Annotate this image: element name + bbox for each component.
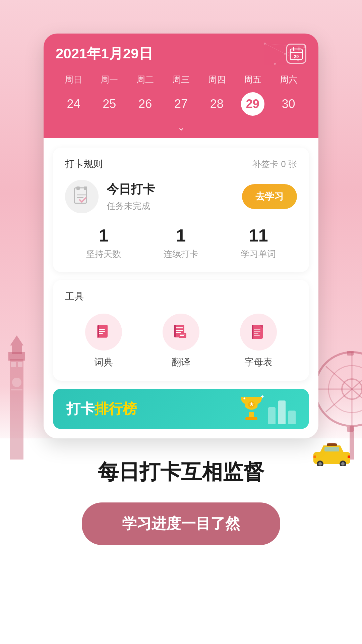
svg-rect-55	[98, 331, 105, 332]
svg-line-38	[285, 54, 298, 60]
svg-rect-69	[254, 331, 260, 332]
svg-line-51	[80, 200, 82, 202]
weekday-fri: 周五	[235, 72, 270, 88]
stat-persist: 1 坚持天数	[86, 225, 121, 260]
svg-text:✦: ✦	[243, 396, 246, 401]
date-24[interactable]: 24	[56, 92, 92, 116]
study-button[interactable]: 去学习	[242, 184, 297, 209]
svg-point-0	[315, 352, 362, 426]
svg-rect-54	[98, 329, 105, 330]
svg-rect-21	[324, 447, 339, 451]
weekday-sat: 周六	[270, 72, 306, 88]
svg-rect-71	[254, 335, 260, 336]
trophy-area: ★ ✦ ✦	[238, 394, 296, 424]
weekday-sun: 周日	[56, 72, 92, 88]
date-28[interactable]: 28	[199, 92, 235, 116]
weekday-tue: 周二	[127, 72, 163, 88]
tool-alphabet-label: 字母表	[244, 356, 273, 369]
weekday-row: 周日 周一 周二 周三 周四 周五 周六	[56, 72, 306, 88]
bottom-section: 每日打卡互相监督 学习进度一目了然	[0, 438, 362, 558]
checkin-today-subtitle: 任务未完成	[107, 200, 242, 212]
svg-text:✦: ✦	[260, 394, 264, 399]
date-25[interactable]: 25	[92, 92, 127, 116]
date-row: 24 25 26 27 28 29 30	[56, 92, 306, 119]
svg-line-5	[326, 366, 362, 412]
stat-persist-label: 坚持天数	[86, 249, 121, 259]
cta-button[interactable]: 学习进度一目了然	[82, 502, 280, 545]
tool-alphabet-icon-wrap	[240, 314, 277, 351]
svg-rect-67	[252, 325, 253, 339]
svg-rect-62	[174, 325, 176, 337]
svg-rect-70	[254, 333, 258, 334]
tool-alphabet[interactable]: 字母表	[240, 314, 277, 369]
svg-rect-26	[313, 455, 316, 458]
svg-rect-8	[347, 351, 354, 356]
date-26[interactable]: 26	[127, 92, 163, 116]
svg-rect-19	[11, 389, 22, 390]
tool-translate-label: 翻译	[172, 356, 190, 369]
tools-title: 工具	[65, 290, 297, 303]
svg-point-1	[328, 366, 362, 413]
stats-row: 1 坚持天数 1 连续打卡 11 学习单词	[65, 225, 297, 260]
svg-rect-17	[18, 362, 22, 367]
stat-words-num: 11	[241, 225, 276, 246]
stat-streak-num: 1	[164, 225, 198, 246]
svg-rect-29	[328, 443, 335, 444]
trophy-icon: ★ ✦ ✦	[238, 394, 265, 424]
makeup-card-label: 补签卡 0 张	[252, 158, 297, 170]
tool-translate-icon-wrap	[163, 314, 199, 351]
svg-rect-65	[180, 335, 184, 336]
ranking-text: 打卡排行榜	[66, 399, 137, 418]
svg-rect-57	[98, 325, 99, 337]
calendar-collapse-icon[interactable]: ⌄	[177, 122, 185, 133]
stat-streak: 1 连续打卡	[164, 225, 198, 260]
date-30[interactable]: 30	[270, 92, 306, 116]
svg-point-2	[342, 379, 362, 399]
svg-rect-27	[348, 455, 350, 458]
ranking-banner[interactable]: 打卡排行榜 ★ ✦ ✦	[53, 389, 309, 429]
svg-line-50	[82, 198, 86, 202]
svg-rect-46	[76, 186, 80, 190]
weekday-mon: 周一	[92, 72, 127, 88]
weekday-wed: 周三	[163, 72, 199, 88]
svg-line-36	[285, 47, 305, 54]
checkin-card: 打卡规则 补签卡 0 张 今日打卡	[53, 148, 309, 272]
svg-rect-73	[245, 417, 257, 420]
stat-words: 11 学习单词	[241, 225, 276, 260]
date-29-active[interactable]: 29	[241, 92, 264, 116]
checkin-today-title: 今日打卡	[107, 181, 242, 198]
stat-streak-label: 连续打卡	[164, 249, 198, 259]
tools-card: 工具 词典	[53, 280, 309, 381]
calendar-section: 2021年1月29日 29 周日 周一 周二 周三 周四 周五 周六 24	[44, 34, 318, 138]
svg-rect-60	[176, 330, 183, 331]
stat-words-label: 学习单词	[241, 249, 276, 259]
svg-rect-14	[12, 345, 22, 354]
tool-translate[interactable]: 翻译	[163, 314, 199, 369]
svg-rect-47	[84, 186, 87, 190]
svg-rect-16	[11, 362, 16, 367]
ranking-highlight: 排行榜	[95, 401, 137, 417]
svg-point-23	[318, 462, 322, 466]
checkin-icon-wrap	[65, 180, 99, 213]
svg-line-37	[275, 54, 285, 64]
svg-point-18	[12, 378, 21, 387]
svg-rect-13	[8, 352, 25, 361]
tool-dictionary[interactable]: 词典	[85, 314, 122, 369]
svg-point-25	[341, 462, 345, 466]
tool-dictionary-icon-wrap	[85, 314, 122, 351]
svg-line-6	[326, 366, 362, 412]
tools-row: 词典 翻译	[65, 314, 297, 369]
checkin-rules-label[interactable]: 打卡规则	[65, 158, 103, 170]
svg-rect-59	[176, 327, 183, 328]
svg-rect-68	[254, 329, 260, 330]
main-slogan: 每日打卡互相监督	[27, 459, 335, 486]
svg-rect-9	[347, 427, 354, 432]
svg-rect-64	[180, 334, 185, 334]
svg-rect-56	[98, 333, 103, 334]
calendar-title: 2021年1月29日	[56, 44, 153, 63]
svg-text:★: ★	[249, 401, 254, 407]
stat-persist-num: 1	[86, 225, 121, 246]
weekday-thu: 周四	[199, 72, 235, 88]
date-27[interactable]: 27	[163, 92, 199, 116]
phone-card: 2021年1月29日 29 周日 周一 周二 周三 周四 周五 周六 24	[44, 34, 318, 438]
